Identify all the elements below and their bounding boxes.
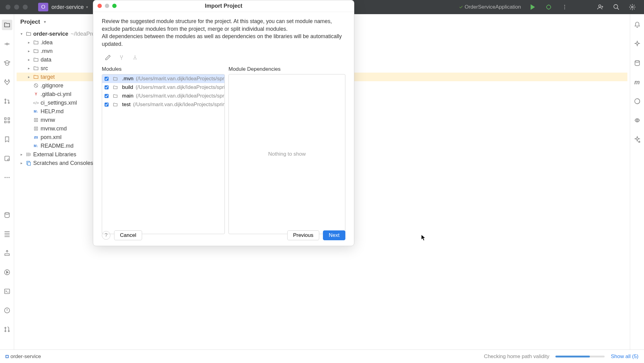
svg-point-37 [635, 61, 639, 62]
svg-rect-36 [28, 162, 30, 166]
learn-tool-button[interactable] [2, 58, 12, 68]
min-dot[interactable] [14, 5, 19, 10]
db-tool-bottom[interactable] [2, 210, 12, 220]
svg-marker-26 [6, 271, 8, 273]
help-button[interactable]: ? [102, 231, 110, 240]
coverage-button[interactable] [632, 96, 642, 106]
svg-point-7 [564, 9, 565, 10]
svg-point-4 [547, 5, 551, 9]
right-tool-strip: m [630, 14, 644, 349]
svg-point-8 [599, 5, 601, 7]
run-config-label[interactable]: OrderServiceApplication [459, 4, 521, 10]
module-row[interactable]: .mvn (/Users/marit.van.dijk/IdeaProjects… [102, 74, 225, 83]
module-checkbox[interactable] [105, 85, 109, 90]
module-checkbox[interactable] [105, 94, 109, 98]
module-row[interactable]: build (/Users/marit.van.dijk/IdeaProject… [102, 83, 225, 92]
dialog-max-dot[interactable] [112, 4, 117, 8]
build-tool-button[interactable] [2, 248, 12, 258]
svg-point-12 [5, 99, 6, 100]
status-task: Checking home path validity [484, 353, 550, 360]
pull-requests-button[interactable] [2, 96, 12, 106]
notifications-button[interactable] [632, 20, 642, 30]
root-name: order-service [33, 31, 68, 37]
folder-icon [26, 31, 31, 37]
file-icon [33, 117, 39, 123]
folder-icon [113, 76, 118, 82]
svg-rect-15 [4, 118, 6, 120]
endpoints-button[interactable] [632, 115, 642, 126]
chevron-right-icon: ▸ [19, 152, 24, 157]
svg-point-13 [5, 102, 6, 104]
svg-point-24 [5, 213, 9, 214]
run-button[interactable] [528, 3, 537, 11]
run-tool-button[interactable] [2, 267, 12, 277]
chevron-right-icon: ▸ [26, 49, 31, 54]
terminal-tool-button[interactable] [2, 286, 12, 297]
git-tool-button[interactable] [2, 324, 12, 335]
module-row[interactable]: test (/Users/marit.van.dijk/IdeaProjects… [102, 100, 225, 109]
module-checkbox[interactable] [105, 102, 109, 107]
database-right-button[interactable] [632, 58, 642, 68]
dialog-close-dot[interactable] [97, 4, 102, 8]
project-badge[interactable]: O [38, 3, 48, 11]
cancel-button[interactable]: Cancel [114, 230, 142, 240]
services-tool-button[interactable] [2, 229, 12, 239]
dialog-min-dot[interactable] [105, 4, 109, 8]
more-icon[interactable] [560, 3, 569, 11]
svg-point-10 [631, 6, 633, 8]
file-icon: </> [33, 100, 39, 106]
problems-tool-button[interactable] [2, 305, 12, 316]
folder-icon [113, 85, 118, 90]
chevron-right-icon: ▸ [26, 40, 31, 45]
svg-marker-3 [531, 5, 535, 10]
modules-list: .mvn (/Users/marit.van.dijk/IdeaProjects… [102, 74, 225, 234]
scratch-icon [26, 160, 31, 166]
database-tool-button-2[interactable] [2, 153, 12, 164]
ai-assist-button[interactable] [632, 39, 642, 49]
gear-icon[interactable] [628, 3, 637, 11]
structure-tool-button[interactable] [2, 115, 12, 126]
svg-rect-27 [4, 289, 10, 294]
chevron-right-icon: ▸ [26, 74, 31, 79]
module-checkbox[interactable] [105, 76, 109, 81]
maven-right-button[interactable]: m [632, 77, 642, 87]
svg-point-30 [8, 331, 9, 332]
next-button[interactable]: Next [323, 230, 345, 240]
split-module-button[interactable] [131, 54, 139, 61]
folder-icon [33, 74, 39, 80]
modules-label: Modules [102, 64, 225, 74]
bookmarks-tool-button[interactable] [2, 134, 12, 145]
project-name-label[interactable]: order-service [51, 4, 84, 10]
chevron-down-icon[interactable]: ▾ [42, 19, 47, 24]
debug-button[interactable] [544, 3, 553, 11]
show-all-link[interactable]: Show all (5) [611, 353, 638, 360]
svg-rect-18 [8, 121, 10, 123]
module-row[interactable]: main (/Users/marit.van.dijk/IdeaProjects… [102, 92, 225, 100]
file-icon [33, 83, 39, 88]
svg-point-11 [6, 43, 8, 45]
folder-icon [33, 66, 39, 71]
merge-module-button[interactable] [118, 54, 125, 61]
project-tool-button[interactable] [2, 20, 12, 30]
close-dot[interactable] [6, 5, 10, 10]
rename-module-button[interactable] [104, 54, 112, 61]
file-icon: Y [33, 91, 39, 97]
module-indicator[interactable]: order-service [6, 353, 41, 360]
search-icon[interactable] [612, 3, 621, 11]
library-icon [26, 152, 31, 157]
ai-actions-button[interactable] [632, 134, 642, 145]
commit-tool-button[interactable] [2, 39, 12, 49]
svg-point-14 [8, 102, 9, 104]
svg-point-20 [7, 159, 9, 161]
file-icon [33, 126, 39, 131]
code-with-me-icon[interactable] [596, 3, 605, 11]
dialog-title: Import Project [205, 3, 242, 9]
import-project-dialog: Import Project Review the suggested modu… [93, 0, 354, 246]
max-dot[interactable] [23, 5, 28, 10]
previous-button[interactable]: Previous [287, 230, 319, 240]
folder-icon [33, 57, 39, 62]
gitlab-tool-button[interactable] [2, 77, 12, 87]
svg-point-5 [564, 5, 565, 6]
more-tool-button[interactable] [2, 172, 12, 183]
folder-icon [113, 102, 118, 107]
